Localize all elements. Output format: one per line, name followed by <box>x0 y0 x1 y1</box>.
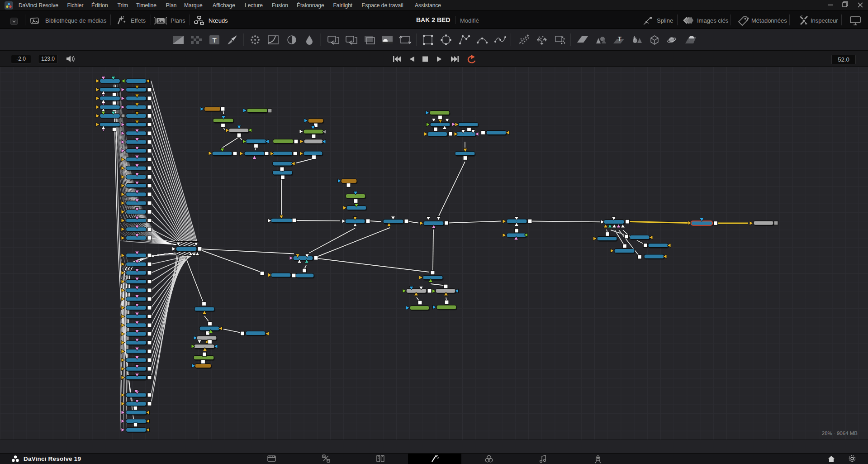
svg-text:T: T <box>212 36 216 44</box>
svg-text:28% - 9064 MB: 28% - 9064 MB <box>822 431 858 436</box>
svg-text:T: T <box>618 35 621 42</box>
